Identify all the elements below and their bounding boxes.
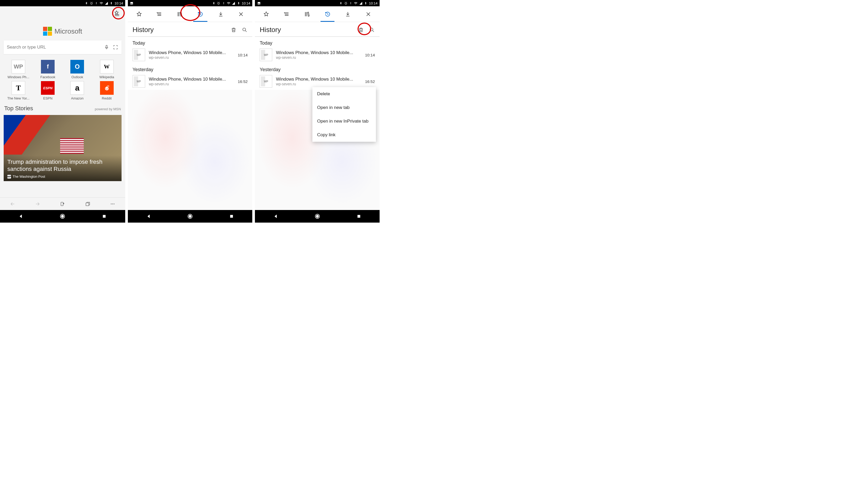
wifi-icon [227,1,230,5]
battery-icon [364,1,368,5]
story-source-text: The Washington Post [13,175,45,178]
tabs-button[interactable] [84,201,91,207]
nav-home-icon[interactable] [59,213,66,219]
share-button[interactable] [59,201,66,207]
svg-rect-1 [106,45,107,48]
history-item-title: Windows Phone, Windows 10 Mobile... [276,77,361,82]
context-copy-link[interactable]: Copy link [312,128,376,142]
sync-icon [222,1,226,5]
tab-books[interactable] [170,6,190,22]
ms-logo-text: Microsoft [55,27,82,35]
svg-point-22 [370,28,373,31]
story-source-icon: WP [8,175,11,178]
svg-point-4 [108,88,108,89]
svg-rect-6 [61,202,63,205]
nav-home-icon[interactable] [314,213,320,219]
history-item[interactable]: WP Windows Phone, Windows 10 Mobile... w… [128,46,253,63]
news-story-card[interactable]: Trump administration to impose fresh san… [4,115,121,181]
svg-rect-19 [230,215,233,218]
tab-books[interactable] [297,6,317,22]
history-body: History Today WP Windows Phone, Windows … [128,22,253,210]
nav-back-icon[interactable] [272,213,279,219]
nav-recent-icon[interactable] [356,213,362,219]
hub-button[interactable] [110,9,123,18]
tile-windows-phone[interactable]: WP Windows Ph... [4,60,33,79]
battery-icon [110,1,113,5]
hub-tabs [255,6,379,22]
tile-reddit[interactable]: Reddit [92,81,121,100]
search-history-button[interactable] [242,27,247,33]
history-section-label: Today [255,37,379,46]
context-open-inprivate[interactable]: Open in new InPrivate tab [312,114,376,128]
history-favicon: WP [260,75,272,88]
delete-all-button[interactable] [231,27,236,33]
signal-icon [104,1,108,5]
svg-point-10 [114,203,114,204]
browser-top-toolbar [0,6,125,20]
android-status-bar: 10:14 [255,0,379,6]
blurred-background [128,90,253,210]
hub-close-button[interactable] [358,6,378,22]
scan-icon[interactable] [113,44,118,50]
history-item-time: 10:14 [238,53,248,57]
nav-back-icon[interactable] [18,213,24,219]
android-nav-bar [128,210,253,222]
android-nav-bar [0,210,125,222]
tab-history[interactable] [190,6,211,22]
delete-all-button[interactable] [358,27,364,33]
status-time: 10:14 [242,1,250,5]
browser-bottom-toolbar [0,197,125,210]
history-title: History [260,26,281,34]
screen-history-context: 10:14 History Today WP Windows [254,0,379,222]
powered-by-label: powered by MSN [95,107,121,111]
nav-back-icon[interactable] [145,213,152,219]
tab-favorites[interactable] [256,6,276,22]
tile-amazon[interactable]: a Amazon [62,81,92,100]
history-item-title: Windows Phone, Windows 10 Mobile... [149,50,234,55]
history-item[interactable]: WP Windows Phone, Windows 10 Mobile... w… [255,46,379,63]
svg-rect-13 [103,215,106,218]
tab-favorites[interactable] [129,6,149,22]
android-status-bar: 10:14 [0,0,125,6]
tab-reading-list[interactable] [276,6,297,22]
android-nav-bar [255,210,379,222]
address-bar[interactable]: Search or type URL [4,40,121,54]
top-stories-header: Top Stories powered by MSN [0,103,125,114]
nav-recent-icon[interactable] [101,213,108,219]
story-overlay: Trump administration to impose fresh san… [4,155,121,181]
context-delete[interactable]: Delete [312,87,376,101]
tab-history[interactable] [317,6,338,22]
picture-icon [257,1,261,5]
history-item[interactable]: WP Windows Phone, Windows 10 Mobile... w… [128,73,253,90]
history-item-url: wp-seven.ru [149,82,234,86]
history-section-label: Yesterday [255,63,379,73]
tab-reading-list[interactable] [149,6,170,22]
tile-outlook[interactable]: O Outlook [62,60,92,79]
tile-wikipedia[interactable]: W Wikipedia [92,60,121,79]
history-header: History [255,22,379,37]
battery-icon [237,1,241,5]
tab-downloads[interactable] [211,6,231,22]
mic-icon[interactable] [104,44,110,50]
history-item-url: wp-seven.ru [149,55,234,60]
tile-espn[interactable]: ESPN ESPN [33,81,62,100]
alarm-icon [344,1,347,5]
history-item-title: Windows Phone, Windows 10 Mobile... [149,77,234,82]
hub-close-button[interactable] [231,6,252,22]
back-button[interactable] [9,201,16,207]
svg-point-9 [112,203,113,204]
bluetooth-icon [339,1,343,5]
tile-facebook[interactable]: f Facebook [33,60,62,79]
home-content: Microsoft Search or type URL WP Windows … [0,20,125,197]
tab-downloads[interactable] [338,6,358,22]
nav-recent-icon[interactable] [228,213,235,219]
hub-tabs [128,6,253,22]
forward-button[interactable] [34,201,41,207]
history-section-label: Yesterday [128,63,253,73]
svg-point-18 [189,215,191,217]
more-button[interactable] [109,201,116,207]
search-history-button[interactable] [369,27,375,33]
context-open-new-tab[interactable]: Open in new tab [312,101,376,114]
tile-nytimes[interactable]: T The New Yor... [4,81,33,100]
nav-home-icon[interactable] [187,213,193,219]
